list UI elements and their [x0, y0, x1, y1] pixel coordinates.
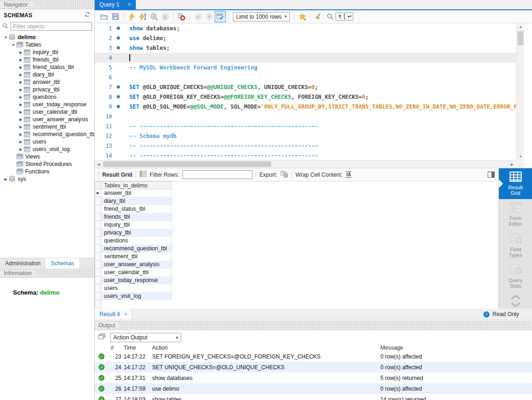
code-line-4[interactable]: 4: [95, 53, 516, 62]
open-script-icon[interactable]: [98, 11, 110, 22]
scroll-up-icon[interactable]: ▲: [517, 23, 525, 30]
tree-table-questions[interactable]: ▶questions: [0, 93, 94, 101]
grid-cell[interactable]: user_answer_analysis: [101, 261, 172, 269]
grid-cell[interactable]: friends_tbl: [101, 213, 172, 221]
execute-query-icon[interactable]: [126, 11, 137, 22]
view-button-form-editor[interactable]: FormEditor: [499, 199, 532, 230]
show-invisibles-icon[interactable]: ¶: [336, 13, 344, 21]
tree-table-recommend-question-tbl[interactable]: ▶recommend_question_tbl: [0, 131, 94, 138]
grid-row-recommend-question-tbl[interactable]: recommend_question_tbl: [95, 245, 498, 253]
tree-table-friend-status-tbl[interactable]: ▶friend_status_tbl: [0, 63, 94, 71]
grid-cell[interactable]: recommend_question_tbl: [101, 245, 172, 253]
grid-cell[interactable]: user_calendar_tbl: [101, 269, 172, 276]
grid-cell[interactable]: users_visit_log: [101, 292, 172, 300]
grid-cell[interactable]: friend_status_tbl: [101, 205, 172, 213]
code-line-12[interactable]: 12-- Schema mydb: [95, 131, 516, 141]
code-line-10[interactable]: 10: [95, 111, 516, 121]
grid-row-friend-status-tbl[interactable]: friend_status_tbl: [95, 205, 498, 213]
tree-table-user-calendar-tbl[interactable]: ▶user_calendar_tbl: [0, 108, 94, 116]
code-line-1[interactable]: 1show databases;: [95, 23, 516, 33]
output-view-dropdown[interactable]: Action Output ▼: [110, 333, 181, 342]
grid-cell[interactable]: diary_tbl: [101, 197, 172, 205]
tree-table-sentiment-tbl[interactable]: ▶sentiment_tbl: [0, 123, 94, 131]
grid-row-users[interactable]: users: [95, 284, 498, 292]
tree-table-diary-tbl[interactable]: ▶diary_tbl: [0, 71, 94, 78]
collapse-arrow-icon[interactable]: ▶: [18, 125, 24, 129]
tree-node-tables[interactable]: ▼Tables: [0, 41, 94, 48]
grid-cell[interactable]: answer_tbl: [101, 189, 172, 197]
grid-cell[interactable]: sentiment_tbl: [101, 253, 172, 261]
code-line-2[interactable]: 2use delimo;: [95, 33, 516, 43]
grid-row-answer-tbl[interactable]: ▶answer_tbl: [95, 189, 498, 197]
view-button-field-types[interactable]: FieldTypes: [499, 230, 532, 261]
wrap-text-icon[interactable]: [344, 13, 353, 21]
toggle-sidebar-icon[interactable]: [488, 172, 495, 178]
tree-node-views[interactable]: Views: [0, 153, 94, 160]
filter-rows-input[interactable]: [182, 170, 252, 179]
grid-row-friends-tbl[interactable]: friends_tbl: [95, 213, 498, 221]
tree-table-friends-tbl[interactable]: ▶friends_tbl: [0, 56, 94, 63]
grid-row-user-today-response[interactable]: user_today_response: [95, 276, 498, 284]
grid-row-sentiment-tbl[interactable]: sentiment_tbl: [95, 253, 498, 261]
collapse-arrow-icon[interactable]: ▶: [18, 65, 24, 69]
save-script-icon[interactable]: [110, 11, 121, 22]
grid-row-privacy-tbl[interactable]: privacy_tbl: [95, 229, 498, 237]
view-button-query-stats[interactable]: QueryStats: [499, 261, 532, 292]
close-result-tab-icon[interactable]: ×: [124, 311, 127, 317]
collapse-arrow-icon[interactable]: ▶: [18, 117, 24, 122]
grid-cell[interactable]: inquiry_tbl: [101, 221, 172, 229]
scroll-right-icon[interactable]: ▶: [508, 161, 516, 168]
collapse-arrow-icon[interactable]: ▶: [18, 50, 24, 55]
tree-table-privacy-tbl[interactable]: ▶privacy_tbl: [0, 86, 94, 93]
scroll-left-icon[interactable]: ◀: [95, 161, 103, 168]
grid-cell[interactable]: privacy_tbl: [101, 229, 172, 237]
code-line-13[interactable]: 13-- -----------------------------------…: [95, 141, 516, 151]
grid-row-diary-tbl[interactable]: diary_tbl: [95, 197, 498, 205]
collapse-arrow-icon[interactable]: ▶: [3, 177, 9, 181]
collapse-arrow-icon[interactable]: ▶: [18, 132, 24, 137]
export-icon[interactable]: [280, 171, 288, 179]
code-line-7[interactable]: 7SET @OLD_UNIQUE_CHECKS=@@UNIQUE_CHECKS,…: [95, 82, 516, 92]
tree-schema-delimo[interactable]: ▼delimo: [0, 34, 94, 41]
execute-current-statement-icon[interactable]: [137, 11, 148, 22]
collapse-arrow-icon[interactable]: ▶: [18, 58, 24, 62]
limit-rows-dropdown[interactable]: Limit to 1000 rows ▼: [233, 12, 290, 21]
tree-table-user-today-response[interactable]: ▶user_today_response: [0, 101, 94, 108]
output-row-25[interactable]: ✓2514:17:31show databases5 row(s) return…: [95, 372, 532, 383]
code-line-11[interactable]: 11-- -----------------------------------…: [95, 121, 516, 131]
tree-schema-sys[interactable]: ▶sys: [0, 175, 94, 183]
tree-table-inquiry-tbl[interactable]: ▶inquiry_tbl: [0, 48, 94, 56]
collapse-panel-up-icon[interactable]: [511, 295, 521, 301]
output-views-icon[interactable]: [98, 333, 106, 342]
collapse-arrow-icon[interactable]: ▶: [18, 110, 24, 114]
filter-objects-input[interactable]: [11, 22, 92, 31]
expand-arrow-icon[interactable]: ▼: [10, 43, 16, 47]
close-tab-icon[interactable]: ×: [128, 1, 131, 8]
collapse-arrow-icon[interactable]: ▶: [18, 80, 24, 84]
collapse-arrow-icon[interactable]: ▶: [18, 95, 24, 99]
grid-row-user-calendar-tbl[interactable]: user_calendar_tbl: [95, 269, 498, 276]
tab-administration[interactable]: Administration: [0, 258, 46, 269]
tree-table-users[interactable]: ▶users: [0, 138, 94, 145]
refresh-schemas-icon[interactable]: [84, 12, 91, 19]
expand-arrow-icon[interactable]: ▼: [3, 35, 9, 40]
tab-query-1[interactable]: Query 1 ×: [95, 0, 136, 9]
collapse-arrow-icon[interactable]: ▶: [18, 140, 24, 144]
output-row-27[interactable]: ✓2714:18:03show tables14 row(s) returned: [95, 394, 532, 400]
collapse-panel-down-icon[interactable]: [511, 302, 521, 309]
code-line-3[interactable]: 3show tables;: [95, 43, 516, 53]
collapse-arrow-icon[interactable]: ▶: [18, 147, 24, 152]
tree-node-stored-procedures[interactable]: Stored Procedures: [0, 160, 94, 168]
code-line-14[interactable]: 14-- -----------------------------------…: [95, 151, 516, 160]
explain-query-icon[interactable]: [148, 11, 160, 22]
sql-code-editor[interactable]: 1show databases;2use delimo;3show tables…: [95, 23, 516, 160]
find-icon[interactable]: [324, 11, 336, 22]
output-row-26[interactable]: ✓2614:17:59use delimo0 row(s) affected: [95, 383, 532, 394]
rollback-icon[interactable]: [203, 11, 215, 22]
save-snippet-icon[interactable]: [297, 11, 308, 22]
code-line-6[interactable]: 6: [95, 72, 516, 82]
collapse-arrow-icon[interactable]: ▶: [18, 103, 24, 107]
toggle-stop-on-error-icon[interactable]: [176, 11, 187, 22]
wrap-cell-content-icon[interactable]: IA: [346, 172, 351, 178]
column-header-tables-in-delimo[interactable]: Tables_in_delimo: [101, 181, 172, 189]
